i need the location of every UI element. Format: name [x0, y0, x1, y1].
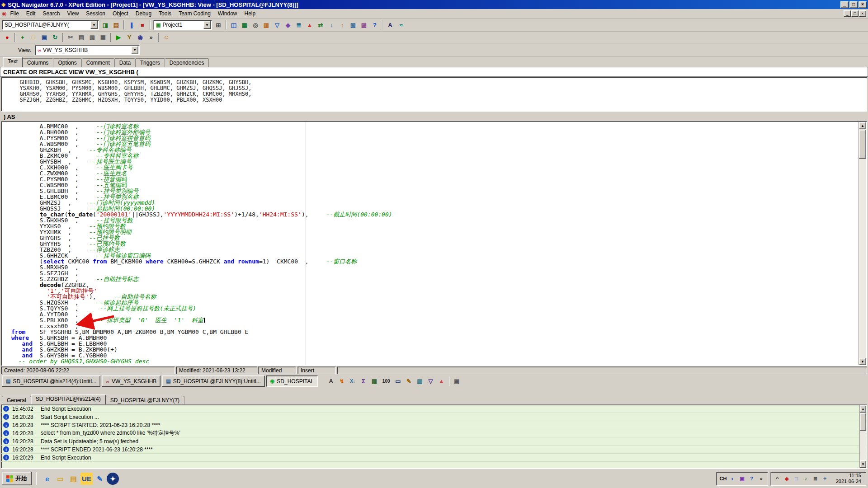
window-button-sd-hospital-his214-4-untitl[interactable]: ▤SD_HOSPITAL@his214(4):Untitl...	[2, 375, 100, 387]
filter-icon[interactable]: ▽	[272, 20, 282, 30]
scrollbar-thumb[interactable]	[859, 130, 866, 159]
menu-item-edit[interactable]: Edit	[23, 9, 39, 18]
new-item-icon[interactable]: +	[18, 33, 28, 42]
code-line[interactable]: GHYSBH , --挂号医生编号	[11, 159, 867, 164]
session-connect-icon[interactable]: ◨	[100, 20, 110, 30]
export-icon[interactable]: ↑	[337, 20, 347, 30]
snapshot-icon[interactable]: ▣	[452, 376, 462, 386]
code-line[interactable]: GHYGHS , --已挂号数	[11, 235, 867, 241]
pause-icon[interactable]: ∥	[127, 20, 137, 30]
session-browser-icon[interactable]: ▧	[348, 20, 358, 30]
code-line[interactable]: S.ZZGHBZ , --自助挂号标志	[11, 276, 867, 282]
log-row[interactable]: i15:45:02End Script Execution	[1, 405, 867, 413]
code-line[interactable]: S.MRXHS0 ,	[11, 264, 867, 270]
window-button-vw-ys-ksghhb[interactable]: ∞VW_YS_KSGHHB	[102, 375, 160, 387]
code-line[interactable]: and S.GHLBBH = E.LBBH00	[11, 341, 867, 347]
window-button-sd-hospital-fjlnyy-8-untitl[interactable]: ▤SD_HOSPITAL@FJLNYY(8):Untitl...	[162, 375, 264, 387]
language-indicator[interactable]: CH	[719, 474, 727, 483]
volume-tray-icon[interactable]: ♪	[802, 474, 810, 483]
analyze-icon[interactable]: ▲	[305, 20, 315, 30]
code-line[interactable]: S.GHXHS0 , --挂号限号数	[11, 217, 867, 223]
tray-clock[interactable]: 11:15 2021-06-24	[830, 473, 864, 484]
describe-icon[interactable]: ?	[370, 20, 380, 30]
code-line[interactable]: (select CKMC00 from BM_CKBM00 where CKBH…	[11, 258, 867, 264]
log-scroll-down-icon[interactable]: ▼	[860, 460, 866, 468]
column-list-line[interactable]: GHHBID, GHKSBH, GHKSMC, KSBH00, KSPYSM, …	[13, 79, 867, 84]
code-analysis-icon[interactable]: A	[385, 20, 395, 30]
log-row[interactable]: i16:20:28Start Script Execution ...	[1, 413, 867, 421]
log-row[interactable]: i16:20:28**** SCRIPT STARTED: 2021-06-23…	[1, 421, 867, 429]
formatter-icon[interactable]: ≈	[396, 20, 406, 30]
view-combo-arrow-icon[interactable]: ▼	[131, 46, 138, 54]
code-line[interactable]: and S.GHZKBH = B.ZKBM00(+)	[11, 347, 867, 352]
display-tray-icon[interactable]: □	[792, 474, 801, 483]
refresh-icon[interactable]: ↻	[50, 33, 60, 42]
code-roadmap-icon[interactable]: ◆	[283, 20, 293, 30]
menu-item-window[interactable]: Window	[214, 9, 241, 18]
auto-commit-icon[interactable]: A	[326, 376, 336, 386]
single-record-icon[interactable]: ▭	[393, 376, 403, 386]
copy-icon[interactable]: ▤	[76, 33, 86, 42]
sort-icon[interactable]: X↓	[348, 376, 358, 386]
sql-editor-icon[interactable]: ▤	[111, 20, 121, 30]
stop-icon[interactable]: ■	[137, 20, 147, 30]
mdi-document-icon[interactable]: ◉	[2, 10, 6, 17]
help-balloon-icon[interactable]: ?	[747, 474, 756, 483]
editor-scrollbar[interactable]: ▲ ▼	[859, 122, 866, 365]
find-objects-icon[interactable]: ◎	[250, 20, 260, 30]
code-line[interactable]: decode(ZZGHBZ,	[11, 282, 867, 288]
log-scrollbar-thumb[interactable]	[860, 413, 866, 431]
code-line[interactable]: -- order by GHQSSJ,GHXHS0-GHYGHS desc	[11, 358, 867, 364]
code-line[interactable]: S.TQYYS0 , --网上挂号提前挂号数(未正式挂号)	[11, 305, 867, 311]
extract-ddl-icon[interactable]: ≣	[294, 20, 304, 30]
paste-icon[interactable]: ▧	[87, 33, 97, 42]
tab-dependencies[interactable]: Dependencies	[165, 58, 209, 67]
code-line[interactable]: where S.GHKSBH = A.BMBH00	[11, 335, 867, 341]
tab-data[interactable]: Data	[114, 58, 136, 67]
close-button[interactable]: ×	[859, 1, 867, 8]
log-row[interactable]: i16:20:29End Script Execution	[1, 454, 867, 462]
cut-icon[interactable]: ✂	[66, 33, 75, 42]
code-line[interactable]: C.XKH000 , --医生胸卡号	[11, 164, 867, 170]
tab-comment[interactable]: Comment	[81, 58, 115, 67]
menu-item-debug[interactable]: Debug	[132, 9, 155, 18]
code-line[interactable]: S.GHLBBH , --挂号类别编号	[11, 188, 867, 194]
menu-item-object[interactable]: Object	[109, 9, 132, 18]
column-list-line[interactable]: GHXHS0, YYXHS0, YYXHMX, GHYGHS, GHYYHS, …	[13, 90, 867, 96]
tab-triggers[interactable]: Triggers	[135, 58, 165, 67]
grid-icon[interactable]: ▦	[369, 376, 379, 386]
mdi-restore-button[interactable]: □	[851, 10, 859, 17]
folder-icon[interactable]: ▭	[54, 473, 66, 485]
menu-item-team-coding[interactable]: Team Coding	[175, 9, 214, 18]
log-row[interactable]: i16:20:28**** SCRIPT ENDED 2021-06-23 16…	[1, 446, 867, 454]
menu-item-help[interactable]: Help	[241, 9, 259, 18]
rows-fetched-icon[interactable]: 100	[380, 376, 392, 386]
menu-item-session[interactable]: Session	[82, 9, 109, 18]
columns-icon[interactable]: ▥	[415, 376, 425, 386]
tab-text[interactable]: Text	[3, 57, 23, 67]
find-icon[interactable]: ◉	[135, 33, 145, 42]
scroll-up-icon[interactable]: ▲	[859, 122, 866, 129]
view-combo[interactable]: ∞ VW_YS_KSGHHB ▼	[35, 45, 140, 55]
record-icon[interactable]: ●	[2, 33, 12, 42]
code-line[interactable]: to_char(to_date('20000101'||GHJSSJ,'YYYY…	[11, 211, 867, 217]
code-line[interactable]: from SF_YSGHHB S,BM_BMBM00 A,BM_ZKBM00 B…	[11, 329, 867, 335]
code-line[interactable]: S.PBLX00 , -- 排班类型 '0' 医生 '1' 科室	[11, 317, 867, 323]
menu-item-tools[interactable]: Tools	[155, 9, 175, 18]
minimize-button[interactable]: _	[840, 1, 849, 8]
network-tray-icon[interactable]: ≣	[811, 474, 820, 483]
sqlnav-launcher-icon[interactable]: ✦	[107, 473, 119, 485]
import-icon[interactable]: ↓	[326, 20, 336, 30]
code-line[interactable]: GHYYHS , --已预约号数	[11, 241, 867, 247]
log-row[interactable]: i16:20:28Data Set is Updateable; 5 row(s…	[1, 437, 867, 446]
output-tab-general[interactable]: General	[2, 396, 31, 404]
code-line[interactable]: YYXHMX , --预约限号明细	[11, 229, 867, 235]
app-icon[interactable]: ◈	[1, 1, 5, 8]
edit-data-icon[interactable]: ✎	[404, 376, 414, 386]
output-log-panel[interactable]: i15:45:02End Script Executioni16:20:28St…	[1, 404, 867, 469]
project-manager-icon[interactable]: ⊞	[213, 20, 223, 30]
notepad-icon[interactable]: ✎	[94, 473, 106, 485]
filter-data-icon[interactable]: ▽	[426, 376, 436, 386]
menu-item-file[interactable]: File	[6, 9, 22, 18]
code-line[interactable]: GHZKBH , --专科名称编号	[11, 147, 867, 153]
